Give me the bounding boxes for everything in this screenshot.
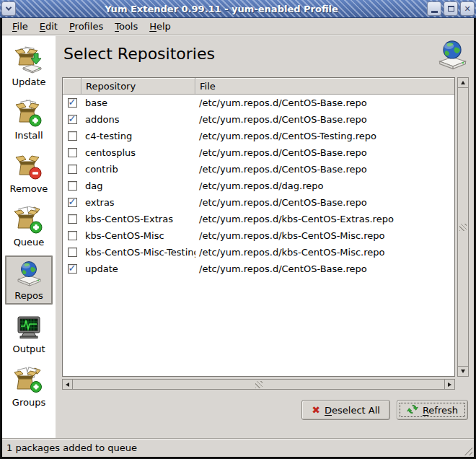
window-frame: File Edit Profiles Tools Help	[0, 18, 476, 459]
sidebar-label-remove: Remove	[10, 183, 48, 194]
repo-checkbox[interactable]	[68, 115, 77, 124]
groups-icon	[14, 367, 43, 395]
sidebar-item-remove[interactable]: Remove	[5, 149, 53, 198]
vertical-scrollbar-thumb[interactable]	[457, 88, 469, 366]
repo-name: base	[81, 97, 195, 108]
repo-checkbox[interactable]	[68, 248, 77, 257]
refresh-button[interactable]: Refresh	[397, 400, 468, 420]
yum-extender-window: Yum Extender 0.99.11 - yum-enabled Profi…	[0, 0, 476, 459]
repo-checkbox[interactable]	[68, 214, 77, 224]
deselect-all-button[interactable]: ✖ Deselect All	[301, 400, 390, 420]
column-header-repository[interactable]: Repository	[81, 78, 195, 95]
sidebar-item-install[interactable]: Install	[5, 95, 53, 144]
arrow-down-icon	[461, 370, 465, 373]
scroll-left-button[interactable]	[62, 379, 73, 390]
statusbar: 1 packages added to queue	[2, 438, 474, 457]
window-menu-button[interactable]	[1, 1, 16, 16]
table-row[interactable]: centosplus /etc/yum.repos.d/CentOS-Base.…	[63, 144, 454, 161]
repo-file: /etc/yum.repos.d/kbs-CentOS-Misc.repo	[195, 230, 454, 241]
window-menu-icon	[6, 4, 12, 10]
table-row[interactable]: addons /etc/yum.repos.d/CentOS-Base.repo	[63, 111, 454, 128]
update-icon	[14, 46, 43, 75]
remove-icon	[14, 153, 43, 182]
table-row[interactable]: c4-testing /etc/yum.repos.d/CentOS-Testi…	[63, 128, 454, 144]
status-text: 1 packages added to queue	[6, 442, 137, 453]
repo-file: /etc/yum.repos.d/CentOS-Base.repo	[195, 263, 454, 274]
repository-table: Repository File base /etc/yum.repos.d/Ce…	[62, 77, 455, 377]
table-row[interactable]: contrib /etc/yum.repos.d/CentOS-Base.rep…	[63, 161, 454, 178]
sidebar-label-groups: Groups	[12, 397, 45, 408]
minimize-icon	[431, 11, 438, 13]
table-row[interactable]: kbs-CentOS-Misc /etc/yum.repos.d/kbs-Cen…	[63, 227, 454, 244]
repo-file: /etc/yum.repos.d/dag.repo	[195, 180, 454, 191]
repo-file: /etc/yum.repos.d/CentOS-Testing.repo	[195, 131, 454, 141]
sidebar-label-install: Install	[14, 130, 43, 141]
table-row[interactable]: dag /etc/yum.repos.d/dag.repo	[63, 178, 454, 194]
refresh-icon	[407, 403, 418, 417]
maximize-button[interactable]	[444, 1, 458, 16]
repo-checkbox[interactable]	[68, 165, 77, 174]
repo-name: centosplus	[81, 147, 195, 158]
menubar: File Edit Profiles Tools Help	[2, 18, 474, 35]
repo-checkbox[interactable]	[68, 98, 77, 108]
red-x-icon: ✖	[312, 405, 320, 415]
horizontal-scrollbar	[62, 379, 455, 390]
repo-checkbox[interactable]	[68, 198, 77, 207]
main-panel: Select Repositories	[56, 35, 474, 438]
scroll-down-button[interactable]	[457, 366, 469, 377]
repo-file: /etc/yum.repos.d/kbs-CentOS-Extras.repo	[195, 214, 454, 224]
repo-checkbox[interactable]	[68, 231, 77, 240]
sidebar-label-queue: Queue	[14, 237, 45, 248]
repo-checkbox[interactable]	[68, 131, 77, 141]
repo-file: /etc/yum.repos.d/CentOS-Base.repo	[195, 164, 454, 175]
sidebar-item-output[interactable]: Output	[5, 309, 53, 358]
sidebar-label-output: Output	[12, 344, 45, 354]
repo-file: /etc/yum.repos.d/CentOS-Base.repo	[195, 147, 454, 158]
vertical-scrollbar	[457, 77, 469, 377]
sidebar-item-update[interactable]: Update	[5, 42, 53, 91]
install-icon	[14, 100, 43, 128]
sidebar-item-groups[interactable]: Groups	[5, 362, 53, 411]
sidebar-label-repos: Repos	[14, 290, 43, 301]
repo-name: contrib	[81, 164, 195, 175]
repo-checkbox[interactable]	[68, 148, 77, 157]
queue-icon	[14, 206, 43, 235]
repo-name: kbs-CentOS-Misc-Testing	[81, 247, 195, 258]
close-button[interactable]: ✕	[460, 1, 475, 16]
maximize-icon	[448, 6, 454, 12]
menu-profiles[interactable]: Profiles	[63, 19, 109, 34]
titlebar[interactable]: Yum Extender 0.99.11 - yum-enabled Profi…	[0, 0, 476, 18]
arrow-left-icon	[66, 382, 69, 387]
table-row[interactable]: kbs-CentOS-Extras /etc/yum.repos.d/kbs-C…	[63, 211, 454, 227]
table-row[interactable]: update /etc/yum.repos.d/CentOS-Base.repo	[63, 261, 454, 277]
scroll-up-button[interactable]	[457, 77, 469, 88]
column-header-file[interactable]: File	[195, 78, 454, 95]
column-header-checkbox[interactable]	[63, 78, 81, 95]
repo-checkbox[interactable]	[68, 264, 77, 274]
sidebar: Update	[2, 35, 56, 438]
scroll-right-button[interactable]	[444, 379, 455, 390]
repo-name: dag	[81, 180, 195, 191]
menu-tools[interactable]: Tools	[109, 19, 144, 34]
repo-file: /etc/yum.repos.d/CentOS-Base.repo	[195, 197, 454, 208]
repo-name: addons	[81, 114, 195, 125]
menu-file[interactable]: File	[6, 19, 34, 34]
repo-file: /etc/yum.repos.d/kbs-CentOS-Misc.repo	[195, 247, 454, 258]
sidebar-item-repos[interactable]: Repos	[5, 255, 53, 305]
table-row[interactable]: base /etc/yum.repos.d/CentOS-Base.repo	[63, 95, 454, 111]
horizontal-scrollbar-thumb[interactable]	[73, 379, 444, 390]
sidebar-item-queue[interactable]: Queue	[5, 202, 53, 251]
table-row[interactable]: kbs-CentOS-Misc-Testing /etc/yum.repos.d…	[63, 244, 454, 261]
resize-grip[interactable]	[462, 445, 472, 455]
table-row[interactable]: extras /etc/yum.repos.d/CentOS-Base.repo	[63, 194, 454, 211]
repo-name: update	[81, 263, 195, 274]
arrow-right-icon	[448, 382, 451, 387]
menu-edit[interactable]: Edit	[34, 19, 63, 34]
repo-name: kbs-CentOS-Misc	[81, 230, 195, 241]
repo-checkbox[interactable]	[68, 181, 77, 191]
repos-globe-icon	[436, 39, 469, 72]
arrow-up-icon	[461, 81, 465, 84]
repos-icon	[14, 260, 43, 289]
menu-help[interactable]: Help	[144, 19, 177, 34]
minimize-button[interactable]	[427, 1, 441, 16]
